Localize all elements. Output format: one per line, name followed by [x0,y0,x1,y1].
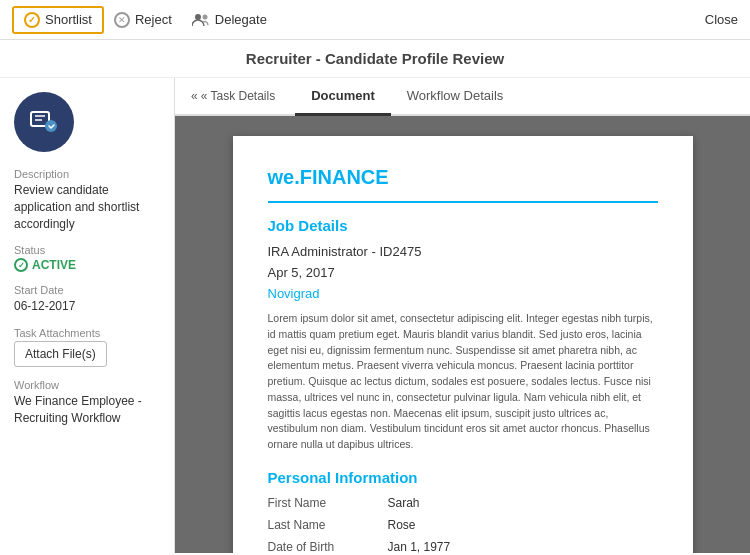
reject-button[interactable]: ✕ Reject [104,8,182,32]
description-label: Description [14,168,160,180]
tab-workflow[interactable]: Workflow Details [391,78,520,116]
attachments-label: Task Attachments [14,327,160,339]
sidebar-start-date-section: Start Date 06-12-2017 [14,284,160,315]
doc-logo: we.FINANCE [268,166,658,189]
shortlist-label: Shortlist [45,12,92,27]
delegate-label: Delegate [215,12,267,27]
page-header: Recruiter - Candidate Profile Review [0,40,750,78]
x-circle-icon: ✕ [114,12,130,28]
check-circle-icon: ✓ [24,12,40,28]
status-badge: ACTIVE [14,258,160,272]
field-value: Rose [388,518,416,532]
field-label: Date of Birth [268,540,388,553]
personal-fields: First Name Sarah Last Name Rose Date of … [268,496,658,553]
workflow-value: We Finance Employee - Recruiting Workflo… [14,393,160,427]
reject-label: Reject [135,12,172,27]
personal-section-title: Personal Information [268,469,658,486]
svg-point-3 [45,120,57,132]
tab-workflow-label: Workflow Details [407,88,504,103]
sidebar-attachments-section: Task Attachments Attach File(s) [14,327,160,367]
start-date-label: Start Date [14,284,160,296]
start-date-value: 06-12-2017 [14,298,160,315]
description-value: Review candidate application and shortli… [14,182,160,232]
logo-finance: FINANCE [300,166,389,188]
field-row: Date of Birth Jan 1, 1977 [268,540,658,553]
job-section-title: Job Details [268,217,658,234]
field-value: Sarah [388,496,420,510]
status-value: ACTIVE [32,258,76,272]
svg-point-0 [195,14,201,20]
field-label: Last Name [268,518,388,532]
tab-document-label: Document [311,88,375,103]
sidebar: Description Review candidate application… [0,78,175,553]
task-details-back[interactable]: « « Task Details [191,79,285,113]
document-page: we.FINANCE Job Details IRA Administrator… [233,136,693,553]
sidebar-workflow-section: Workflow We Finance Employee - Recruitin… [14,379,160,427]
close-button[interactable]: Close [705,12,738,27]
document-area: we.FINANCE Job Details IRA Administrator… [175,116,750,553]
logo-we: we. [268,166,300,188]
attach-files-button[interactable]: Attach File(s) [14,341,107,367]
tabs-bar: « « Task Details Document Workflow Detai… [175,78,750,116]
workflow-label: Workflow [14,379,160,391]
doc-job-title: IRA Administrator - ID2475 [268,244,658,259]
field-label: First Name [268,496,388,510]
main-layout: Description Review candidate application… [0,78,750,553]
personal-section: Personal Information First Name Sarah La… [268,469,658,553]
content-area: « « Task Details Document Workflow Detai… [175,78,750,553]
shortlist-button[interactable]: ✓ Shortlist [12,6,104,34]
doc-date: Apr 5, 2017 [268,265,658,280]
doc-divider [268,201,658,203]
doc-location: Novigrad [268,286,658,301]
avatar [14,92,74,152]
status-label: Status [14,244,160,256]
status-icon [14,258,28,272]
tab-document[interactable]: Document [295,78,391,116]
svg-point-1 [202,14,207,19]
delegate-button[interactable]: Delegate [182,8,277,31]
field-row: Last Name Rose [268,518,658,532]
page-title: Recruiter - Candidate Profile Review [246,50,504,67]
sidebar-status-section: Status ACTIVE [14,244,160,272]
doc-body-text: Lorem ipsum dolor sit amet, consectetur … [268,311,658,453]
delegate-icon [192,13,210,27]
field-row: First Name Sarah [268,496,658,510]
toolbar: ✓ Shortlist ✕ Reject Delegate Close [0,0,750,40]
task-details-label: « Task Details [201,89,275,103]
back-chevron-icon: « [191,89,198,103]
field-value: Jan 1, 1977 [388,540,451,553]
sidebar-description-section: Description Review candidate application… [14,168,160,232]
